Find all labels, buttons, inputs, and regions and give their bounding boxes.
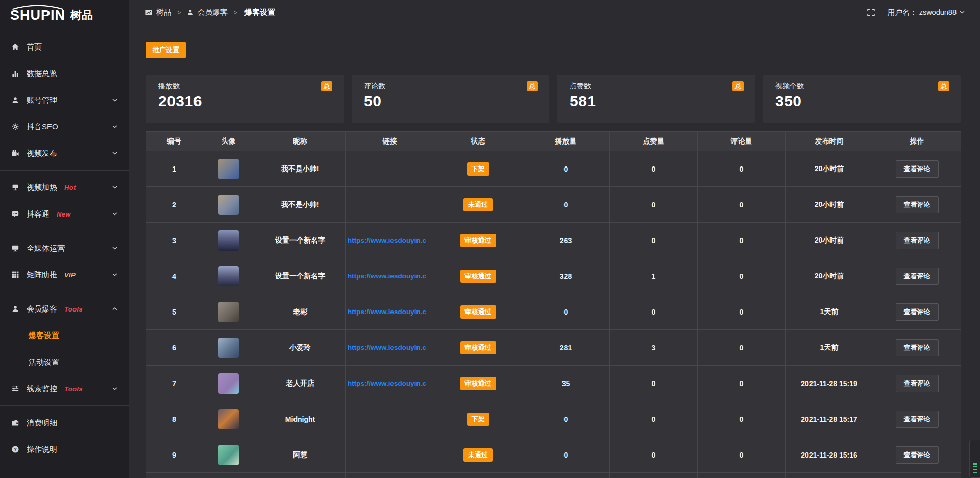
user-menu[interactable]: 用户名： zswodun88 (888, 8, 965, 17)
question-circle-icon: ? (11, 445, 19, 453)
table-row: 7 老人开店 https://www.iesdouyin.c 审核通过 35 0… (146, 366, 961, 401)
breadcrumb-separator: > (177, 9, 181, 16)
cell-likes: 0 (610, 437, 698, 473)
cell-avatar (202, 366, 255, 401)
sidebar-item-data-overview[interactable]: 数据总览 (0, 60, 129, 87)
view-comments-button[interactable]: 查看评论 (896, 160, 939, 178)
sidebar-item-douketong[interactable]: 抖客通 New (0, 201, 129, 227)
sliders-icon (11, 385, 19, 393)
avatar (218, 266, 239, 286)
sidebar-item-omnimedia[interactable]: 全媒体运营 (0, 235, 129, 261)
view-comments-button[interactable]: 查看评论 (896, 339, 939, 356)
video-camera-icon (11, 149, 19, 157)
new-tag: New (57, 210, 71, 218)
breadcrumb-item-member-baoke[interactable]: 会员爆客 (187, 8, 228, 17)
cell-plays: 0 (522, 401, 610, 437)
cell-actions (873, 473, 961, 478)
topbar-right: 用户名： zswodun88 (867, 8, 965, 17)
cell-actions: 查看评论 (873, 366, 961, 401)
cell-status: 下架 (434, 151, 522, 187)
breadcrumb-item-home[interactable]: 树品 (145, 8, 172, 17)
username-prefix: 用户名： (888, 8, 917, 17)
sidebar-item-member-baoke[interactable]: 会员爆客 Tools (0, 296, 129, 322)
total-badge: 总 (938, 81, 949, 91)
cell-link: https://www.iesdouyin.c (346, 223, 434, 258)
sidebar-item-spending-details[interactable]: 消费明细 (0, 410, 129, 436)
cell-id: 5 (146, 294, 202, 330)
status-badge: 审核通过 (460, 234, 496, 247)
cell-id: 6 (146, 330, 202, 366)
view-comments-button[interactable]: 查看评论 (896, 375, 939, 392)
table-row: 6 小爱玲 https://www.iesdouyin.c 审核通过 281 3… (146, 330, 961, 366)
tools-tag: Tools (64, 305, 83, 313)
col-status: 状态 (434, 132, 522, 151)
sidebar-subitem-baoke-settings[interactable]: 爆客设置 (0, 322, 129, 349)
cell-comments (698, 473, 786, 478)
cell-link (346, 437, 434, 473)
chevron-down-icon (112, 387, 117, 390)
cell-nickname: 设置一个新名字 (255, 258, 346, 294)
cell-likes: 0 (610, 401, 698, 437)
view-comments-button[interactable]: 查看评论 (896, 446, 939, 464)
cell-actions: 查看评论 (873, 151, 961, 187)
sidebar-subitem-activity-settings[interactable]: 活动设置 (0, 349, 129, 375)
sidebar-item-douyin-seo[interactable]: 抖音SEO (0, 113, 129, 140)
avatar (218, 445, 239, 465)
sidebar-item-home[interactable]: 首页 (0, 34, 129, 60)
video-link[interactable]: https://www.iesdouyin.c (346, 379, 433, 387)
screen-stand-icon (11, 183, 19, 192)
cell-comments: 0 (698, 223, 786, 258)
breadcrumb-current-page: 爆客设置 (244, 8, 275, 17)
site-icon (145, 9, 153, 16)
cell-avatar (202, 223, 255, 258)
video-link[interactable]: https://www.iesdouyin.c (346, 272, 433, 280)
col-comments: 评论量 (698, 132, 786, 151)
cell-nickname: 阿慧 (255, 437, 346, 473)
video-link[interactable]: https://www.iesdouyin.c (346, 236, 433, 244)
floating-helper-widget[interactable] (969, 440, 980, 478)
col-nickname: 昵称 (255, 132, 346, 151)
chevron-up-icon (112, 307, 117, 310)
username-value: zswodun88 (919, 8, 957, 16)
breadcrumb-label: 树品 (156, 8, 172, 17)
status-badge: 下架 (467, 162, 489, 176)
cell-link (346, 473, 434, 478)
view-comments-button[interactable]: 查看评论 (896, 268, 939, 285)
chevron-down-icon (112, 152, 117, 155)
cell-status: 审核通过 (434, 366, 522, 401)
sidebar-item-matrix-boost[interactable]: 矩阵助推 VIP (0, 261, 129, 288)
cell-avatar (202, 151, 255, 187)
view-comments-button[interactable]: 查看评论 (896, 196, 939, 213)
fullscreen-icon[interactable] (867, 8, 875, 17)
view-comments-button[interactable]: 查看评论 (896, 232, 939, 249)
stat-label: 点赞数 (570, 82, 743, 91)
promo-settings-button[interactable]: 推广设置 (146, 42, 186, 58)
video-link[interactable]: https://www.iesdouyin.c (346, 308, 433, 316)
col-plays: 播放量 (522, 132, 610, 151)
tools-tag: Tools (64, 385, 83, 393)
cell-status: 审核通过 (434, 330, 522, 366)
stat-card-likes: 点赞数 581 总 (557, 75, 755, 123)
cell-publish-time: 20小时前 (786, 223, 873, 258)
view-comments-button[interactable]: 查看评论 (896, 303, 939, 321)
view-comments-button[interactable]: 查看评论 (896, 411, 939, 428)
sidebar-item-video-publish[interactable]: 视频发布 (0, 140, 129, 166)
topbar: 树品 > 会员爆客 > 爆客设置 用户名： zswodun88 (129, 0, 980, 25)
cell-avatar (202, 258, 255, 294)
sidebar-item-account-mgmt[interactable]: 账号管理 (0, 87, 129, 113)
cell-publish-time: 2021-11-28 15:19 (786, 366, 873, 401)
video-link[interactable]: https://www.iesdouyin.c (346, 344, 433, 351)
sidebar-item-video-heat[interactable]: 视频加热 Hot (0, 174, 129, 201)
cell-publish-time: 20小时前 (786, 258, 873, 294)
sidebar-item-clue-monitor[interactable]: 线索监控 Tools (0, 375, 129, 402)
cell-status: 下架 (434, 401, 522, 437)
sidebar-item-label: 数据总览 (27, 69, 57, 79)
cell-actions: 查看评论 (873, 187, 961, 223)
col-actions: 操作 (873, 132, 961, 151)
sidebar-item-instructions[interactable]: ? 操作说明 (0, 436, 129, 463)
sidebar-item-label: 矩阵助推 (27, 270, 57, 280)
cell-likes: 0 (610, 187, 698, 223)
stat-card-videos: 视频个数 350 总 (763, 75, 961, 123)
cell-nickname: 老彬 (255, 294, 346, 330)
cell-publish-time (786, 473, 873, 478)
